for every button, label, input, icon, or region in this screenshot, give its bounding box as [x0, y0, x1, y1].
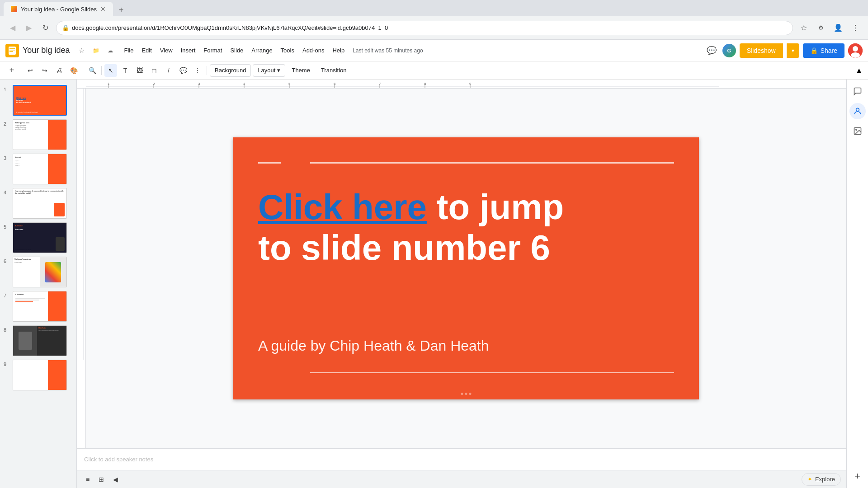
slide-number-2: 2	[4, 119, 10, 127]
view-controls: ≡ ⊞ ◀	[82, 473, 122, 486]
account-button[interactable]: 👤	[831, 21, 845, 35]
print-button[interactable]: 🖨	[53, 64, 66, 77]
sidebar-activity-button[interactable]	[849, 103, 866, 119]
slide-item-7[interactable]: 7 A illustration	[0, 289, 76, 324]
text-tool-button[interactable]: T	[119, 64, 132, 77]
more-button[interactable]: ⋮	[848, 21, 863, 35]
line-tool-button[interactable]: /	[162, 64, 175, 77]
svg-point-27	[856, 108, 859, 111]
cloud-save-button[interactable]: ☁	[104, 44, 117, 57]
new-tab-button[interactable]: +	[115, 4, 127, 16]
slide-link-text[interactable]: Click here	[258, 187, 427, 227]
layout-button[interactable]: Layout ▾	[253, 64, 285, 77]
slide-dots	[461, 393, 472, 395]
explore-button[interactable]: ✦ Explore	[802, 473, 841, 486]
slide-thumbnail-8[interactable]: Chip Heath Author and professor at Stanf…	[13, 325, 67, 356]
refresh-button[interactable]: ↻	[38, 21, 52, 35]
transition-button[interactable]: Transition	[316, 64, 351, 77]
slide-thumbnail-4[interactable]: How many languages do you need to know t…	[13, 188, 67, 219]
theme-button[interactable]: Theme	[287, 64, 314, 77]
slide-item-6[interactable]: 6 The Google Translate app supports NINE…	[0, 255, 76, 289]
share-button[interactable]: 🔒 Share	[803, 43, 844, 58]
menu-file[interactable]: File	[120, 45, 137, 56]
svg-rect-1	[9, 48, 15, 49]
share-label: Share	[821, 47, 837, 54]
star-button[interactable]: ☆	[75, 44, 88, 57]
menu-arrange[interactable]: Arrange	[248, 45, 276, 56]
header-actions: 💬 G Slideshow ▾ 🔒 Share	[704, 43, 863, 58]
bookmark-button[interactable]: ☆	[797, 21, 811, 35]
slide-item-5[interactable]: 5 Just one! Your own. Write your idea fr…	[0, 221, 76, 255]
slides-panel[interactable]: 1 Click here to jumpto slide number 6 A …	[0, 80, 77, 488]
move-to-drive-button[interactable]: 📁	[90, 44, 102, 57]
menu-format[interactable]: Format	[200, 45, 226, 56]
address-bar[interactable]: 🔒 docs.google.com/presentation/d/1ROchrv…	[56, 21, 793, 35]
menu-view[interactable]: View	[156, 45, 176, 56]
slideshow-dropdown-button[interactable]: ▾	[787, 43, 799, 58]
extension-button[interactable]: ⚙	[814, 21, 828, 35]
slide-thumbnail-1[interactable]: Click here to jumpto slide number 6 A gu…	[13, 85, 67, 116]
forward-button[interactable]: ▶	[22, 21, 36, 35]
slide-thumbnail-6[interactable]: The Google Translate app supports NINETY…	[13, 257, 67, 287]
toolbar: + ↩ ↪ 🖨 🎨 🔍 ↖ T 🖼 ◻ / 💬 ⋮ Background Lay…	[0, 61, 868, 80]
separator-4	[207, 66, 207, 75]
comment-tool-button[interactable]: 💬	[177, 64, 189, 77]
slide-item-9[interactable]: 9	[0, 358, 76, 392]
zoom-button[interactable]: 🔍	[86, 64, 99, 77]
filmstrip-view-button[interactable]: ≡	[82, 473, 93, 486]
image-tool-button[interactable]: 🖼	[133, 64, 146, 77]
right-sidebar: +	[846, 80, 868, 488]
undo-button[interactable]: ↩	[24, 64, 37, 77]
slide-item-1[interactable]: 1 Click here to jumpto slide number 6 A …	[0, 83, 76, 117]
browser-tab[interactable]: Your big idea - Google Slides ✕	[4, 2, 113, 16]
profile-avatar[interactable]	[848, 43, 863, 58]
slide-number-6: 6	[4, 257, 10, 264]
menu-addons[interactable]: Add-ons	[299, 45, 328, 56]
slide-thumbnail-7[interactable]: A illustration	[13, 291, 67, 322]
slideshow-button[interactable]: Slideshow	[740, 43, 783, 58]
shape-tool-button[interactable]: ◻	[148, 64, 160, 77]
menu-slide[interactable]: Slide	[226, 45, 247, 56]
menu-help[interactable]: Help	[329, 45, 348, 56]
slide-thumbnail-9[interactable]	[13, 360, 67, 390]
redo-button[interactable]: ↪	[38, 64, 51, 77]
browser-tab-bar: Your big idea - Google Slides ✕ +	[0, 0, 868, 16]
menu-insert[interactable]: Insert	[177, 45, 199, 56]
back-button[interactable]: ◀	[5, 21, 20, 35]
slide-main-content: Click here to jump to slide number 6	[258, 187, 674, 268]
add-button[interactable]: +	[5, 64, 18, 77]
grid-view-button[interactable]: ⊞	[95, 473, 108, 486]
slide-canvas-wrapper[interactable]: Click here to jump to slide number 6 A g…	[86, 89, 846, 448]
background-button[interactable]: Background	[210, 64, 251, 77]
sidebar-media-button[interactable]	[849, 123, 866, 139]
menu-edit[interactable]: Edit	[138, 45, 155, 56]
url-text: docs.google.com/presentation/d/1ROchrvO0…	[72, 24, 388, 31]
collaborator-avatar: G	[722, 44, 736, 57]
sidebar-add-button[interactable]: +	[849, 468, 866, 484]
lock-icon: 🔒	[62, 24, 69, 31]
notes-area[interactable]: Click to add speaker notes	[77, 448, 846, 470]
slide-item-8[interactable]: 8 Chip Heath Author and professor at Sta…	[0, 324, 76, 358]
collapse-panel-button[interactable]: ◀	[109, 473, 122, 486]
comments-button[interactable]: 💬	[704, 43, 719, 58]
slide-item-3[interactable]: 3 Agenda • Item 1 • Item 2 • Item 3 • It…	[0, 152, 76, 186]
sidebar-comments-button[interactable]	[849, 83, 866, 99]
slide-item-2[interactable]: 2 Selling your Idea People don't listene…	[0, 117, 76, 152]
slide-thumbnail-2[interactable]: Selling your Idea People don't listeneno…	[13, 119, 67, 150]
slide-item-4[interactable]: 4 How many languages do you need to know…	[0, 186, 76, 221]
slide-canvas[interactable]: Click here to jump to slide number 6 A g…	[233, 137, 699, 399]
tab-close-btn[interactable]: ✕	[100, 5, 106, 13]
nav-controls: ◀ ▶ ↻	[5, 21, 52, 35]
slide-thumbnail-3[interactable]: Agenda • Item 1 • Item 2 • Item 3 • Item…	[13, 154, 67, 184]
cursor-tool-button[interactable]: ↖	[104, 64, 117, 77]
toolbar-collapse-btn[interactable]: ▲	[855, 66, 863, 75]
bottom-bar: ≡ ⊞ ◀ ✦ Explore	[77, 470, 846, 488]
menu-tools[interactable]: Tools	[277, 45, 298, 56]
separator-3	[101, 66, 102, 75]
more-tools-button[interactable]: ⋮	[191, 64, 204, 77]
slide-thumbnail-5[interactable]: Just one! Your own. Write your idea from…	[13, 222, 67, 253]
svg-rect-0	[9, 47, 16, 55]
share-lock-icon: 🔒	[810, 47, 818, 54]
slide-dot-3	[469, 393, 472, 395]
paint-format-button[interactable]: 🎨	[67, 64, 80, 77]
